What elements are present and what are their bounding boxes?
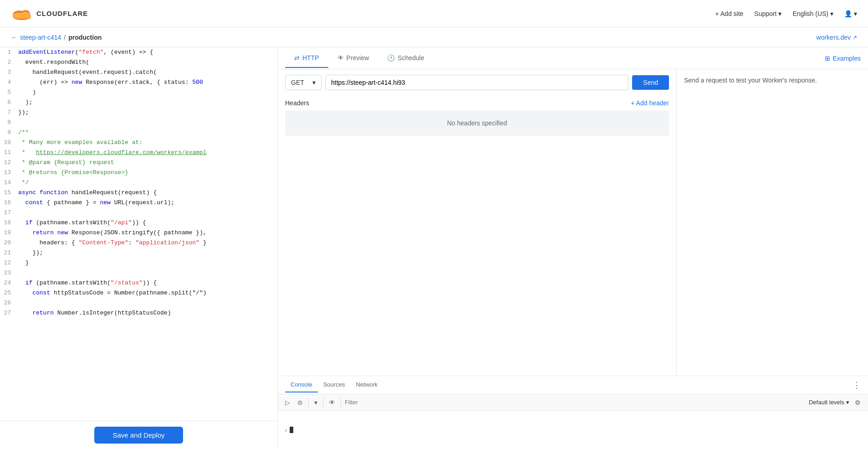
table-row: 8 bbox=[0, 118, 277, 128]
console-prompt-icon: › bbox=[285, 427, 287, 434]
line-number: 14 bbox=[0, 178, 18, 188]
line-code bbox=[18, 118, 277, 128]
tabs-bar: ⇄ HTTP 👁 Preview 🕐 Schedule ⊞ Examples bbox=[278, 47, 868, 69]
table-row: 5 ) bbox=[0, 88, 277, 98]
chevron-down-icon: ▾ bbox=[830, 10, 833, 17]
no-headers-message: No headers specified bbox=[285, 110, 669, 136]
line-number: 20 bbox=[0, 238, 18, 248]
toolbar-divider bbox=[308, 398, 309, 407]
line-code: } bbox=[18, 258, 277, 268]
line-code: }); bbox=[18, 108, 277, 118]
cloudflare-logo-icon bbox=[11, 6, 33, 21]
method-select[interactable]: GET ▾ bbox=[285, 75, 322, 90]
console-content: › bbox=[278, 411, 868, 449]
line-code: * @param {Request} request bbox=[18, 158, 277, 168]
tabs-left: ⇄ HTTP 👁 Preview 🕐 Schedule bbox=[285, 49, 434, 68]
table-row: 19 return new Response(JSON.stringify({ … bbox=[0, 228, 277, 238]
line-number: 25 bbox=[0, 288, 18, 298]
http-arrows-icon: ⇄ bbox=[294, 54, 300, 62]
add-header-button[interactable]: + Add header bbox=[631, 99, 669, 107]
more-options-icon[interactable]: ⋮ bbox=[853, 381, 861, 389]
http-panel: ⇄ HTTP 👁 Preview 🕐 Schedule ⊞ Examples bbox=[278, 47, 868, 376]
line-code: handleRequest(event.request).catch( bbox=[18, 67, 277, 77]
table-row: 25 const httpStatusCode = Number(pathnam… bbox=[0, 288, 277, 298]
svg-point-5 bbox=[21, 12, 30, 16]
settings-icon[interactable]: ⚙ bbox=[853, 397, 863, 408]
breadcrumb-parent-link[interactable]: steep-art-c414 bbox=[20, 34, 61, 41]
cloudflare-logo[interactable]: CLOUDFLARE bbox=[11, 6, 88, 21]
brand-name: CLOUDFLARE bbox=[36, 10, 88, 17]
tab-sources[interactable]: Sources bbox=[318, 377, 351, 392]
line-number: 11 bbox=[0, 148, 18, 158]
tab-network[interactable]: Network bbox=[350, 377, 383, 392]
console-cursor bbox=[290, 427, 293, 433]
default-levels-dropdown[interactable]: Default levels ▾ bbox=[809, 399, 849, 406]
breadcrumb-separator: / bbox=[64, 34, 66, 41]
line-number: 10 bbox=[0, 138, 18, 148]
toolbar-divider-3 bbox=[341, 398, 341, 407]
breadcrumb: ← steep-art-c414 / production bbox=[11, 34, 102, 41]
line-code: const { pathname } = new URL(request.url… bbox=[18, 198, 277, 208]
console-toolbar: ▷ ⊘ ▾ 👁 Default levels ▾ ⚙ bbox=[278, 394, 868, 411]
eye-icon: 👁 bbox=[337, 54, 344, 62]
breadcrumb-bar: ← steep-art-c414 / production workers.de… bbox=[0, 27, 868, 47]
table-row: 27 return Number.isInteger(httpStatusCod… bbox=[0, 308, 277, 318]
line-number: 23 bbox=[0, 268, 18, 278]
line-code: /** bbox=[18, 128, 277, 138]
line-code: ) bbox=[18, 88, 277, 98]
table-row: 26 bbox=[0, 298, 277, 308]
code-content: 1addEventListener("fetch", (event) => {2… bbox=[0, 47, 277, 422]
send-button[interactable]: Send bbox=[632, 75, 669, 90]
language-selector[interactable]: English (US) ▾ bbox=[792, 10, 833, 17]
table-row: 2 event.respondWith( bbox=[0, 57, 277, 67]
table-row: 3 handleRequest(event.request).catch( bbox=[0, 67, 277, 77]
play-icon[interactable]: ▷ bbox=[283, 397, 292, 408]
url-input[interactable] bbox=[325, 75, 628, 90]
line-code: (err) => new Response(err.stack, { statu… bbox=[18, 77, 277, 88]
save-and-deploy-button[interactable]: Save and Deploy bbox=[94, 427, 183, 444]
examples-button[interactable]: ⊞ Examples bbox=[825, 55, 861, 62]
tab-http[interactable]: ⇄ HTTP bbox=[285, 49, 328, 68]
headers-section: Headers + Add header No headers specifie… bbox=[278, 96, 676, 141]
support-link[interactable]: Support ▾ bbox=[754, 10, 781, 17]
line-number: 7 bbox=[0, 108, 18, 118]
line-number: 18 bbox=[0, 218, 18, 228]
line-code: async function handleRequest(request) { bbox=[18, 188, 277, 198]
line-code: const httpStatusCode = Number(pathname.s… bbox=[18, 288, 277, 298]
add-site-button[interactable]: + Add site bbox=[715, 10, 743, 17]
tab-schedule[interactable]: 🕐 Schedule bbox=[378, 49, 433, 68]
line-code: * https://developers.cloudflare.com/work… bbox=[18, 148, 277, 158]
line-code: ); bbox=[18, 98, 277, 108]
http-left-panel: GET ▾ Send Headers + Add header No heade… bbox=[278, 69, 677, 376]
tab-preview[interactable]: 👁 Preview bbox=[328, 49, 378, 68]
line-number: 13 bbox=[0, 168, 18, 178]
line-code: event.respondWith( bbox=[18, 57, 277, 67]
table-row: 13 * @returns {Promise<Response>} bbox=[0, 168, 277, 178]
eye-toggle-icon[interactable]: 👁 bbox=[327, 397, 337, 408]
tab-console[interactable]: Console bbox=[285, 377, 318, 392]
filter-dropdown-icon[interactable]: ▾ bbox=[312, 397, 319, 408]
line-code bbox=[18, 208, 277, 218]
line-number: 1 bbox=[0, 47, 18, 57]
console-filter-input[interactable] bbox=[345, 399, 805, 406]
http-right-panel: Send a request to test your Worker's res… bbox=[677, 69, 868, 376]
table-row: 1addEventListener("fetch", (event) => { bbox=[0, 47, 277, 57]
workers-dev-link[interactable]: workers.dev ↗ bbox=[817, 34, 857, 41]
line-code bbox=[18, 268, 277, 278]
table-row: 14 */ bbox=[0, 178, 277, 188]
line-number: 24 bbox=[0, 278, 18, 288]
line-number: 3 bbox=[0, 67, 18, 77]
line-number: 8 bbox=[0, 118, 18, 128]
line-number: 26 bbox=[0, 298, 18, 308]
code-editor: 1addEventListener("fetch", (event) => {2… bbox=[0, 47, 278, 449]
headers-title: Headers bbox=[285, 99, 309, 107]
table-row: 7}); bbox=[0, 108, 277, 118]
table-row: 17 bbox=[0, 208, 277, 218]
top-nav-right: + Add site Support ▾ English (US) ▾ 👤 ▾ bbox=[715, 10, 857, 17]
console-panel: Console Sources Network ⋮ ▷ ⊘ ▾ 👁 Defaul… bbox=[278, 376, 868, 449]
brand-area: CLOUDFLARE bbox=[11, 6, 88, 21]
block-icon[interactable]: ⊘ bbox=[296, 397, 305, 408]
user-menu[interactable]: 👤 ▾ bbox=[844, 10, 857, 17]
line-number: 2 bbox=[0, 57, 18, 67]
table-row: 20 headers: { "Content-Type": "applicati… bbox=[0, 238, 277, 248]
